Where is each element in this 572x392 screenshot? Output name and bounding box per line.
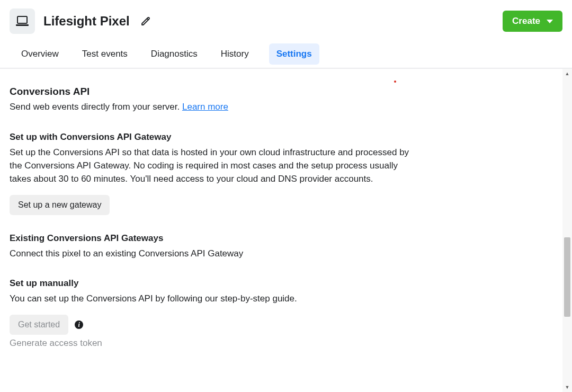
notification-dot: [394, 81, 396, 83]
svg-rect-0: [17, 16, 27, 23]
info-icon[interactable]: i: [75, 320, 83, 329]
manual-setup-title: Set up manually: [10, 278, 551, 289]
scroll-thumb[interactable]: [564, 237, 570, 317]
setup-new-gateway-button[interactable]: Set up a new gateway: [10, 195, 110, 215]
gateway-setup-title: Set up with Conversions API Gateway: [10, 132, 551, 142]
settings-panel: Conversions API Send web events directly…: [0, 69, 560, 392]
existing-gateways-title: Existing Conversions API Gateways: [10, 233, 551, 244]
scroll-down-arrow[interactable]: ▼: [562, 382, 572, 392]
pencil-icon: [140, 16, 151, 26]
tab-settings[interactable]: Settings: [269, 43, 319, 65]
pixel-icon: [10, 8, 35, 34]
learn-more-link[interactable]: Learn more: [182, 102, 228, 112]
svg-rect-1: [16, 24, 29, 26]
generate-access-token-link[interactable]: Generate access token: [10, 338, 551, 349]
page-title: Lifesight Pixel: [43, 14, 130, 29]
tab-overview[interactable]: Overview: [18, 43, 62, 68]
gateway-setup-desc: Set up the Conversions API so that data …: [10, 146, 412, 185]
tab-diagnostics[interactable]: Diagnostics: [148, 43, 201, 68]
laptop-icon: [15, 16, 29, 26]
manual-setup-desc: You can set up the Conversions API by fo…: [10, 292, 412, 305]
tab-bar: Overview Test events Diagnostics History…: [10, 43, 562, 68]
get-started-button[interactable]: Get started: [10, 315, 68, 335]
scroll-up-arrow[interactable]: ▲: [562, 69, 572, 78]
tab-test-events[interactable]: Test events: [79, 43, 131, 68]
page-header: Lifesight Pixel Create Overview Test eve…: [0, 0, 572, 68]
conversions-api-desc: Send web events directly from your serve…: [10, 101, 551, 114]
edit-title-button[interactable]: [138, 14, 153, 29]
create-button-label: Create: [512, 16, 540, 26]
create-button[interactable]: Create: [503, 11, 562, 32]
conversions-api-title: Conversions API: [10, 86, 551, 97]
existing-gateways-desc: Connect this pixel to an existing Conver…: [10, 247, 412, 260]
caret-down-icon: [547, 20, 553, 23]
tab-history[interactable]: History: [218, 43, 252, 68]
scroll-track[interactable]: [562, 78, 572, 382]
vertical-scrollbar[interactable]: ▲ ▼: [562, 69, 572, 392]
